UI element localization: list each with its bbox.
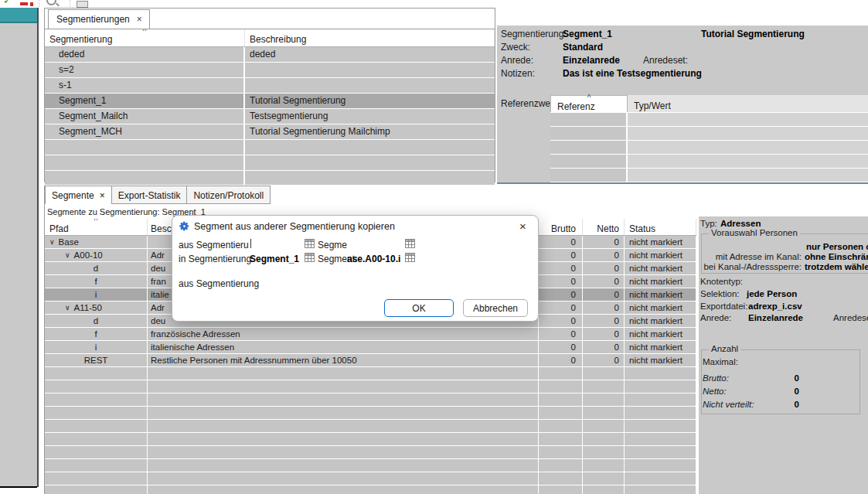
reference-row[interactable] [550,141,868,155]
confirm-check-icon[interactable]: ✓ [3,0,12,6]
toolbar-separator [70,0,70,7]
column-header-netto[interactable]: Netto [583,219,625,235]
segmentation-row[interactable] [45,171,495,185]
reference-table-body [550,113,868,182]
close-icon[interactable]: × [519,220,526,233]
brutto-cell [539,433,583,446]
column-header-status[interactable]: Status [625,219,696,235]
segment-row[interactable] [45,380,696,393]
aus-segment-input[interactable] [347,237,403,250]
nicht-verteilt-label: Nicht verteilt: [703,400,754,409]
table-picker-icon[interactable] [305,253,315,262]
column-header-label: Netto [597,223,619,234]
segmentation-row[interactable]: Segment_1 Tutorial Segmentierung [45,94,495,109]
column-header-label: Pfad [49,223,69,234]
sidebar-active-block[interactable] [0,8,37,23]
netto-cell: 0 [583,354,625,367]
search-icon[interactable] [46,0,56,5]
table-picker-icon[interactable] [405,239,415,248]
sperre-value: trotzdem wähle [805,262,868,271]
table-picker-icon[interactable] [405,253,415,262]
segmentation-desc-cell [245,171,495,185]
segment-row[interactable] [45,407,696,420]
segmentation-desc-cell: deded [245,47,495,63]
beschreibung-cell: Restliche Personen mit Adressnummern übe… [148,354,539,367]
filter-red-icon[interactable] [30,2,33,6]
beschreibung-cell [148,393,539,407]
beschreibung-cell [148,472,539,485]
column-header-label: Beschreibung [250,34,306,45]
notizen-value: Das ist eine Testsegmentierung [563,68,702,79]
segmentation-row[interactable] [45,155,495,171]
pfad-cell [45,420,148,433]
in-segmentierung-value[interactable]: Segment_1 [250,254,299,264]
column-header-segmentierung[interactable]: ^ Segmentierung [45,29,245,46]
tab-segmentierungen[interactable]: Segmentierungen × [48,9,150,29]
segmentation-row[interactable] [45,140,495,155]
toolbar-strip: ✓ [0,0,868,8]
segmentation-desc-value: Tutorial Segmentierung [701,29,805,39]
segmentation-row[interactable]: Segment_Mailch Testsegmentierung [45,109,495,124]
in-segment-value[interactable]: ase.A00-10.i [347,254,400,264]
reference-row[interactable] [550,113,868,127]
pfad-label: d [94,315,98,327]
close-icon[interactable]: × [100,190,105,203]
chevron-down-icon[interactable]: ∨ [49,236,55,248]
segment-row[interactable]: i italienische Adressen 0 0 nicht markie… [45,341,696,354]
pane-splitter[interactable] [497,182,868,184]
segment-row[interactable] [45,446,696,459]
segmentation-desc-cell [245,140,495,155]
reference-row[interactable] [550,169,868,182]
beschreibung-cell [148,380,539,393]
segment-row[interactable] [45,485,696,494]
brutto-cell [539,407,583,420]
column-header-beschreibung[interactable]: Beschreibung [245,29,495,46]
segmentation-row[interactable]: s-1 [45,78,495,94]
table-picker-icon[interactable] [305,239,315,248]
segment-row[interactable] [45,433,696,446]
segmentation-row[interactable]: Segment_MCH Tutorial Segmentierung Mailc… [45,124,495,140]
tab-segmente[interactable]: Segmente × [45,186,112,204]
pfad-label: REST [84,354,108,366]
segmentation-row[interactable]: deded deded [45,47,495,63]
filter-red-icon[interactable] [20,2,28,5]
chevron-down-icon[interactable]: ∨ [65,302,70,314]
left-sidebar[interactable] [0,8,39,487]
reference-row[interactable] [550,127,868,141]
close-icon[interactable]: × [137,14,142,29]
column-header-typ-wert[interactable]: Typ/Wert [628,95,868,112]
chevron-down-icon[interactable]: ∨ [65,249,70,261]
column-header-pfad[interactable]: ^ Pfad [45,219,148,235]
pfad-label: f [94,275,97,288]
segment-row[interactable] [45,472,696,485]
segment-row[interactable] [45,367,696,380]
column-header-brutto[interactable]: Brutto [539,219,583,235]
segmentation-row[interactable]: s=2 [45,63,495,78]
status-cell [625,407,696,420]
dialog-title: Segment aus anderer Segmentierung kopier… [194,221,395,232]
cancel-button[interactable]: Abbrechen [463,299,528,317]
segment-row[interactable] [45,420,696,433]
column-header-referenz[interactable]: ^ Referenz [550,95,628,112]
referenz-cell [550,141,628,155]
pfad-cell [45,433,148,446]
tab-notizen-protokoll[interactable]: Notizen/Protokoll [186,186,271,204]
typ-wert-cell [628,141,868,155]
status-cell: nicht markiert [625,315,696,328]
print-icon[interactable] [77,1,88,8]
column-header-label: Typ/Wert [634,101,671,111]
tab-export-statistik[interactable]: Export-Statistik [111,186,188,204]
column-header-label: Segmentierung [49,34,112,45]
segment-row[interactable] [45,459,696,472]
netto-cell [583,393,625,407]
ok-button[interactable]: OK [384,299,454,317]
pfad-label: Base [59,236,79,248]
status-cell [625,393,696,407]
reference-row[interactable] [550,155,868,169]
netto-cell: 0 [583,302,625,315]
aus-segmentierung-input[interactable] [249,237,303,250]
segment-row[interactable]: REST Restliche Personen mit Adressnummer… [45,354,696,367]
segment-row[interactable]: f französische Adressen 0 0 nicht markie… [45,328,696,341]
pfad-cell: d [45,315,148,328]
segment-row[interactable] [45,393,696,407]
